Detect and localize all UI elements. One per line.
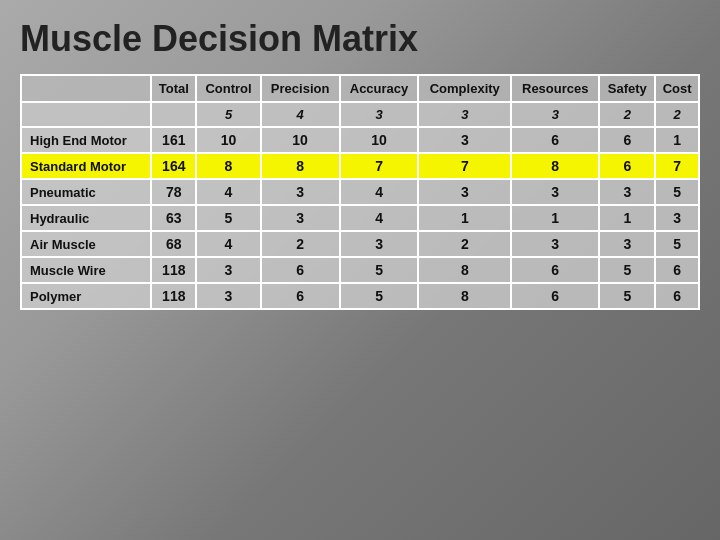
- weight-precision: 4: [261, 102, 340, 127]
- weight-complexity: 3: [418, 102, 511, 127]
- cell-r4-c3: 3: [340, 231, 419, 257]
- cell-r5-c1: 3: [196, 257, 260, 283]
- cell-r6-c2: 6: [261, 283, 340, 309]
- header-resources: Resources: [511, 75, 599, 102]
- cell-r3-c2: 3: [261, 205, 340, 231]
- table-row: Muscle Wire1183658656: [21, 257, 699, 283]
- weights-row: 5 4 3 3 3 2 2: [21, 102, 699, 127]
- cell-r6-c0: 118: [151, 283, 196, 309]
- cell-r3-c1: 5: [196, 205, 260, 231]
- cell-r1-c0: 164: [151, 153, 196, 179]
- cell-r4-c5: 3: [511, 231, 599, 257]
- cell-r4-c2: 2: [261, 231, 340, 257]
- row-label-polymer: Polymer: [21, 283, 151, 309]
- cell-r0-c7: 1: [655, 127, 699, 153]
- cell-r6-c3: 5: [340, 283, 419, 309]
- weight-accuracy: 3: [340, 102, 419, 127]
- row-label-air-muscle: Air Muscle: [21, 231, 151, 257]
- header-cost: Cost: [655, 75, 699, 102]
- table-row: Hydraulic635341113: [21, 205, 699, 231]
- cell-r0-c5: 6: [511, 127, 599, 153]
- cell-r2-c5: 3: [511, 179, 599, 205]
- row-label-hydraulic: Hydraulic: [21, 205, 151, 231]
- cell-r2-c7: 5: [655, 179, 699, 205]
- row-label-pneumatic: Pneumatic: [21, 179, 151, 205]
- header-total: Total: [151, 75, 196, 102]
- cell-r2-c6: 3: [599, 179, 655, 205]
- weight-resources: 3: [511, 102, 599, 127]
- cell-r5-c6: 5: [599, 257, 655, 283]
- cell-r3-c3: 4: [340, 205, 419, 231]
- cell-r2-c3: 4: [340, 179, 419, 205]
- cell-r1-c4: 7: [418, 153, 511, 179]
- cell-r6-c5: 6: [511, 283, 599, 309]
- cell-r0-c6: 6: [599, 127, 655, 153]
- cell-r1-c5: 8: [511, 153, 599, 179]
- row-label-standard-motor: Standard Motor: [21, 153, 151, 179]
- main-content: Muscle Decision Matrix Total Control Pre…: [0, 0, 720, 320]
- cell-r3-c7: 3: [655, 205, 699, 231]
- cell-r2-c0: 78: [151, 179, 196, 205]
- cell-r6-c6: 5: [599, 283, 655, 309]
- cell-r1-c1: 8: [196, 153, 260, 179]
- cell-r3-c5: 1: [511, 205, 599, 231]
- header-row: Total Control Precision Accuracy Complex…: [21, 75, 699, 102]
- header-accuracy: Accuracy: [340, 75, 419, 102]
- cell-r5-c5: 6: [511, 257, 599, 283]
- header-precision: Precision: [261, 75, 340, 102]
- weight-control: 5: [196, 102, 260, 127]
- weight-empty: [21, 102, 151, 127]
- table-row: High End Motor1611010103661: [21, 127, 699, 153]
- cell-r1-c7: 7: [655, 153, 699, 179]
- table-row: Standard Motor1648877867: [21, 153, 699, 179]
- cell-r2-c1: 4: [196, 179, 260, 205]
- cell-r1-c6: 6: [599, 153, 655, 179]
- cell-r3-c6: 1: [599, 205, 655, 231]
- cell-r5-c4: 8: [418, 257, 511, 283]
- cell-r0-c0: 161: [151, 127, 196, 153]
- row-label-high-end-motor: High End Motor: [21, 127, 151, 153]
- header-complexity: Complexity: [418, 75, 511, 102]
- cell-r5-c3: 5: [340, 257, 419, 283]
- cell-r6-c7: 6: [655, 283, 699, 309]
- cell-r1-c3: 7: [340, 153, 419, 179]
- row-label-muscle-wire: Muscle Wire: [21, 257, 151, 283]
- cell-r4-c6: 3: [599, 231, 655, 257]
- cell-r2-c4: 3: [418, 179, 511, 205]
- table-row: Pneumatic784343335: [21, 179, 699, 205]
- cell-r4-c7: 5: [655, 231, 699, 257]
- table-body: High End Motor1611010103661Standard Moto…: [21, 127, 699, 309]
- cell-r4-c1: 4: [196, 231, 260, 257]
- cell-r0-c3: 10: [340, 127, 419, 153]
- cell-r6-c4: 8: [418, 283, 511, 309]
- page-title: Muscle Decision Matrix: [20, 18, 700, 60]
- weight-cost: 2: [655, 102, 699, 127]
- weight-total: [151, 102, 196, 127]
- cell-r0-c2: 10: [261, 127, 340, 153]
- weight-safety: 2: [599, 102, 655, 127]
- header-safety: Safety: [599, 75, 655, 102]
- header-control: Control: [196, 75, 260, 102]
- cell-r1-c2: 8: [261, 153, 340, 179]
- cell-r4-c4: 2: [418, 231, 511, 257]
- header-empty: [21, 75, 151, 102]
- cell-r6-c1: 3: [196, 283, 260, 309]
- cell-r5-c2: 6: [261, 257, 340, 283]
- table-row: Polymer1183658656: [21, 283, 699, 309]
- cell-r5-c7: 6: [655, 257, 699, 283]
- cell-r3-c4: 1: [418, 205, 511, 231]
- cell-r5-c0: 118: [151, 257, 196, 283]
- cell-r3-c0: 63: [151, 205, 196, 231]
- cell-r4-c0: 68: [151, 231, 196, 257]
- table-row: Air Muscle684232335: [21, 231, 699, 257]
- cell-r0-c1: 10: [196, 127, 260, 153]
- cell-r2-c2: 3: [261, 179, 340, 205]
- cell-r0-c4: 3: [418, 127, 511, 153]
- decision-matrix-table: Total Control Precision Accuracy Complex…: [20, 74, 700, 310]
